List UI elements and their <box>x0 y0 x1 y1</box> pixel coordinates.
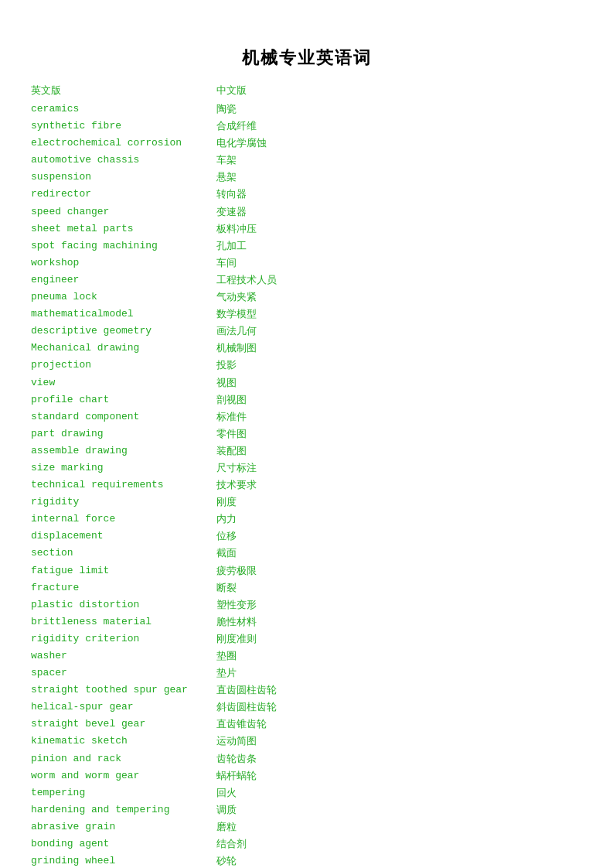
vocab-english: hardening and tempering <box>31 801 216 818</box>
table-row: descriptive geometry画法几何 <box>31 323 582 340</box>
table-row: displacement位移 <box>31 528 582 545</box>
vocab-english: plastic distortion <box>31 596 216 613</box>
vocab-english: view <box>31 374 216 391</box>
table-row: abrasive grain磨粒 <box>31 818 582 836</box>
vocab-chinese: 剖视图 <box>216 391 582 408</box>
vocab-english: redirector <box>31 186 216 203</box>
table-row: workshop车间 <box>31 255 582 272</box>
vocab-english: spot facing machining <box>31 238 216 255</box>
table-row: kinematic sketch运动简图 <box>31 733 582 750</box>
vocab-chinese: 尺寸标注 <box>216 460 582 477</box>
table-row: standard component标准件 <box>31 408 582 425</box>
vocab-chinese: 垫圈 <box>216 648 582 665</box>
table-row: worm and worm gear蜗杆蜗轮 <box>31 767 582 784</box>
vocab-english: rigidity <box>31 494 216 511</box>
vocab-chinese: 工程技术人员 <box>216 272 582 289</box>
vocab-english: ceramics <box>31 101 216 118</box>
vocab-english: bonding agent <box>31 836 216 853</box>
vocab-chinese: 零件图 <box>216 425 582 443</box>
vocab-english: projection <box>31 357 216 374</box>
vocab-chinese: 变速器 <box>216 203 582 220</box>
table-row: suspension悬架 <box>31 169 582 186</box>
vocab-table: ceramics陶瓷synthetic fibre合成纤维electrochem… <box>31 101 582 868</box>
vocab-english: internal force <box>31 511 216 528</box>
vocab-english: sheet metal parts <box>31 220 216 238</box>
vocab-chinese: 位移 <box>216 528 582 545</box>
vocab-chinese: 直齿锥齿轮 <box>216 716 582 733</box>
vocab-english: technical requirements <box>31 477 216 494</box>
table-row: rigidity criterion刚度准则 <box>31 630 582 648</box>
table-row: pinion and rack齿轮齿条 <box>31 750 582 767</box>
vocab-english: engineer <box>31 272 216 289</box>
vocab-english: kinematic sketch <box>31 733 216 750</box>
vocab-chinese: 内力 <box>216 511 582 528</box>
vocab-chinese: 运动简图 <box>216 733 582 750</box>
vocab-chinese: 数学模型 <box>216 306 582 323</box>
table-row: automotive chassis车架 <box>31 152 582 169</box>
table-row: bonding agent结合剂 <box>31 836 582 853</box>
table-row: engineer工程技术人员 <box>31 272 582 289</box>
table-row: ceramics陶瓷 <box>31 101 582 118</box>
vocab-english: assemble drawing <box>31 443 216 460</box>
vocab-chinese: 刚度 <box>216 494 582 511</box>
vocab-english: rigidity criterion <box>31 630 216 648</box>
vocab-chinese: 直齿圆柱齿轮 <box>216 682 582 699</box>
vocab-chinese: 画法几何 <box>216 323 582 340</box>
vocab-english: electrochemical corrosion <box>31 135 216 152</box>
vocab-chinese: 气动夹紧 <box>216 289 582 306</box>
vocab-chinese: 截面 <box>216 545 582 562</box>
table-row: section截面 <box>31 545 582 562</box>
table-row: fatigue limit疲劳极限 <box>31 562 582 579</box>
table-row: plastic distortion塑性变形 <box>31 596 582 613</box>
vocab-chinese: 合成纤维 <box>216 118 582 135</box>
table-row: straight bevel gear直齿锥齿轮 <box>31 716 582 733</box>
vocab-chinese: 悬架 <box>216 169 582 186</box>
vocab-english: brittleness material <box>31 613 216 630</box>
vocab-english: fracture <box>31 579 216 596</box>
vocab-english: pneuma lock <box>31 289 216 306</box>
vocab-english: section <box>31 545 216 562</box>
vocab-english: grinding wheel <box>31 853 216 868</box>
table-row: redirector转向器 <box>31 186 582 203</box>
vocab-english: size marking <box>31 460 216 477</box>
vocab-chinese: 脆性材料 <box>216 613 582 630</box>
vocab-english: straight bevel gear <box>31 716 216 733</box>
vocab-english: synthetic fibre <box>31 118 216 135</box>
vocab-english: descriptive geometry <box>31 323 216 340</box>
table-row: profile chart剖视图 <box>31 391 582 408</box>
table-row: internal force内力 <box>31 511 582 528</box>
table-row: synthetic fibre合成纤维 <box>31 118 582 135</box>
table-row: spot facing machining孔加工 <box>31 238 582 255</box>
vocab-english: profile chart <box>31 391 216 408</box>
vocab-chinese: 电化学腐蚀 <box>216 135 582 152</box>
table-row: projection投影 <box>31 357 582 374</box>
header-en: 英文版 <box>31 84 216 97</box>
vocab-english: fatigue limit <box>31 562 216 579</box>
vocab-chinese: 回火 <box>216 784 582 801</box>
vocab-english: straight toothed spur gear <box>31 682 216 699</box>
vocab-chinese: 齿轮齿条 <box>216 750 582 767</box>
table-row: grinding wheel砂轮 <box>31 853 582 868</box>
vocab-english: displacement <box>31 528 216 545</box>
page-title: 机械专业英语词 <box>31 46 582 70</box>
vocab-english: workshop <box>31 255 216 272</box>
table-row: fracture断裂 <box>31 579 582 596</box>
vocab-english: automotive chassis <box>31 152 216 169</box>
vocab-chinese: 断裂 <box>216 579 582 596</box>
table-row: size marking尺寸标注 <box>31 460 582 477</box>
vocab-english: standard component <box>31 408 216 425</box>
vocab-chinese: 斜齿圆柱齿轮 <box>216 699 582 716</box>
vocab-chinese: 孔加工 <box>216 238 582 255</box>
vocab-chinese: 磨粒 <box>216 818 582 836</box>
table-row: electrochemical corrosion电化学腐蚀 <box>31 135 582 152</box>
vocab-english: washer <box>31 648 216 665</box>
vocab-chinese: 垫片 <box>216 665 582 682</box>
vocab-english: worm and worm gear <box>31 767 216 784</box>
vocab-english: pinion and rack <box>31 750 216 767</box>
header-cn: 中文版 <box>216 84 582 97</box>
table-row: brittleness material脆性材料 <box>31 613 582 630</box>
vocab-chinese: 装配图 <box>216 443 582 460</box>
table-row: washer垫圈 <box>31 648 582 665</box>
vocab-chinese: 调质 <box>216 801 582 818</box>
vocab-chinese: 结合剂 <box>216 836 582 853</box>
